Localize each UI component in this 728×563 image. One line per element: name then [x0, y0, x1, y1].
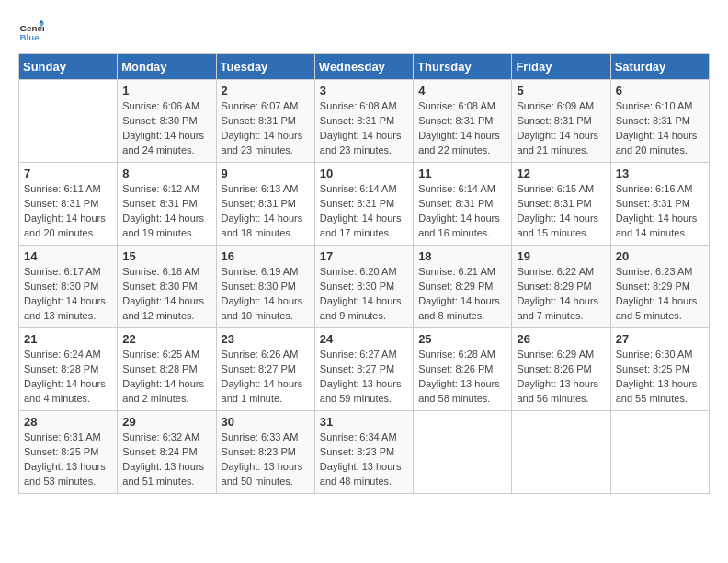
calendar-cell: 13Sunrise: 6:16 AM Sunset: 8:31 PM Dayli…	[610, 163, 709, 246]
calendar-cell: 2Sunrise: 6:07 AM Sunset: 8:31 PM Daylig…	[216, 80, 314, 163]
day-number: 28	[24, 415, 112, 429]
calendar-cell	[414, 411, 512, 494]
day-info: Sunrise: 6:24 AM Sunset: 8:28 PM Dayligh…	[24, 348, 112, 407]
calendar-cell	[512, 411, 610, 494]
calendar-cell: 24Sunrise: 6:27 AM Sunset: 8:27 PM Dayli…	[314, 328, 413, 411]
svg-marker-2	[39, 19, 44, 23]
day-number: 13	[616, 167, 704, 180]
calendar-cell	[610, 411, 709, 494]
day-number: 14	[24, 249, 112, 263]
calendar-cell: 23Sunrise: 6:26 AM Sunset: 8:27 PM Dayli…	[216, 328, 314, 411]
day-header: Sunday	[19, 54, 118, 80]
page-header: General Blue	[18, 18, 710, 44]
calendar-cell: 1Sunrise: 6:06 AM Sunset: 8:30 PM Daylig…	[118, 80, 216, 163]
day-info: Sunrise: 6:10 AM Sunset: 8:31 PM Dayligh…	[616, 99, 704, 158]
day-info: Sunrise: 6:23 AM Sunset: 8:29 PM Dayligh…	[616, 265, 704, 324]
day-info: Sunrise: 6:16 AM Sunset: 8:31 PM Dayligh…	[616, 182, 704, 241]
day-number: 2	[222, 84, 310, 98]
calendar-cell: 10Sunrise: 6:14 AM Sunset: 8:31 PM Dayli…	[314, 163, 413, 246]
day-number: 8	[122, 167, 210, 180]
day-info: Sunrise: 6:08 AM Sunset: 8:31 PM Dayligh…	[418, 99, 506, 158]
calendar-cell: 21Sunrise: 6:24 AM Sunset: 8:28 PM Dayli…	[19, 328, 118, 411]
calendar-cell: 16Sunrise: 6:19 AM Sunset: 8:30 PM Dayli…	[216, 246, 314, 328]
day-info: Sunrise: 6:31 AM Sunset: 8:25 PM Dayligh…	[24, 431, 112, 489]
svg-text:Blue: Blue	[19, 32, 40, 42]
day-info: Sunrise: 6:18 AM Sunset: 8:30 PM Dayligh…	[122, 265, 210, 324]
day-info: Sunrise: 6:30 AM Sunset: 8:25 PM Dayligh…	[616, 348, 704, 407]
calendar-cell: 4Sunrise: 6:08 AM Sunset: 8:31 PM Daylig…	[414, 80, 512, 163]
day-header: Tuesday	[216, 54, 314, 80]
day-info: Sunrise: 6:32 AM Sunset: 8:24 PM Dayligh…	[122, 431, 210, 489]
day-info: Sunrise: 6:07 AM Sunset: 8:31 PM Dayligh…	[222, 99, 310, 158]
day-info: Sunrise: 6:14 AM Sunset: 8:31 PM Dayligh…	[320, 182, 408, 241]
calendar-cell: 28Sunrise: 6:31 AM Sunset: 8:25 PM Dayli…	[19, 411, 118, 494]
calendar-cell: 15Sunrise: 6:18 AM Sunset: 8:30 PM Dayli…	[118, 246, 216, 328]
day-number: 3	[320, 84, 408, 98]
calendar-cell: 29Sunrise: 6:32 AM Sunset: 8:24 PM Dayli…	[118, 411, 216, 494]
day-info: Sunrise: 6:08 AM Sunset: 8:31 PM Dayligh…	[320, 99, 408, 158]
calendar-cell: 7Sunrise: 6:11 AM Sunset: 8:31 PM Daylig…	[19, 163, 118, 246]
day-number: 22	[122, 332, 210, 346]
day-info: Sunrise: 6:14 AM Sunset: 8:31 PM Dayligh…	[418, 182, 506, 241]
day-info: Sunrise: 6:26 AM Sunset: 8:27 PM Dayligh…	[222, 348, 310, 407]
day-info: Sunrise: 6:29 AM Sunset: 8:26 PM Dayligh…	[517, 348, 605, 407]
day-info: Sunrise: 6:33 AM Sunset: 8:23 PM Dayligh…	[222, 431, 310, 489]
day-number: 31	[320, 415, 408, 429]
day-number: 20	[616, 249, 704, 263]
calendar-cell: 9Sunrise: 6:13 AM Sunset: 8:31 PM Daylig…	[216, 163, 314, 246]
day-number: 10	[320, 167, 408, 180]
day-info: Sunrise: 6:22 AM Sunset: 8:29 PM Dayligh…	[517, 265, 605, 324]
day-number: 7	[24, 167, 112, 180]
day-header: Saturday	[610, 54, 709, 80]
calendar-cell: 18Sunrise: 6:21 AM Sunset: 8:29 PM Dayli…	[414, 246, 512, 328]
day-number: 6	[616, 84, 704, 98]
day-number: 16	[222, 249, 310, 263]
calendar-cell: 6Sunrise: 6:10 AM Sunset: 8:31 PM Daylig…	[610, 80, 709, 163]
calendar-cell: 20Sunrise: 6:23 AM Sunset: 8:29 PM Dayli…	[610, 246, 709, 328]
day-header: Thursday	[414, 54, 512, 80]
day-number: 21	[24, 332, 112, 346]
day-info: Sunrise: 6:12 AM Sunset: 8:31 PM Dayligh…	[122, 182, 210, 241]
calendar-cell: 11Sunrise: 6:14 AM Sunset: 8:31 PM Dayli…	[414, 163, 512, 246]
day-info: Sunrise: 6:15 AM Sunset: 8:31 PM Dayligh…	[517, 182, 605, 241]
day-number: 25	[418, 332, 506, 346]
day-info: Sunrise: 6:34 AM Sunset: 8:23 PM Dayligh…	[320, 431, 408, 489]
day-header: Monday	[118, 54, 216, 80]
day-number: 26	[517, 332, 605, 346]
day-info: Sunrise: 6:17 AM Sunset: 8:30 PM Dayligh…	[24, 265, 112, 324]
logo-icon: General Blue	[18, 18, 44, 44]
calendar-cell: 17Sunrise: 6:20 AM Sunset: 8:30 PM Dayli…	[314, 246, 413, 328]
day-number: 18	[418, 249, 506, 263]
calendar-cell: 27Sunrise: 6:30 AM Sunset: 8:25 PM Dayli…	[610, 328, 709, 411]
day-info: Sunrise: 6:28 AM Sunset: 8:26 PM Dayligh…	[418, 348, 506, 407]
calendar-week-row: 21Sunrise: 6:24 AM Sunset: 8:28 PM Dayli…	[19, 328, 710, 411]
calendar-cell: 25Sunrise: 6:28 AM Sunset: 8:26 PM Dayli…	[414, 328, 512, 411]
day-number: 12	[517, 167, 605, 180]
calendar-cell: 12Sunrise: 6:15 AM Sunset: 8:31 PM Dayli…	[512, 163, 610, 246]
calendar-cell	[19, 80, 118, 163]
calendar-week-row: 1Sunrise: 6:06 AM Sunset: 8:30 PM Daylig…	[19, 80, 710, 163]
calendar-cell: 3Sunrise: 6:08 AM Sunset: 8:31 PM Daylig…	[314, 80, 413, 163]
day-info: Sunrise: 6:25 AM Sunset: 8:28 PM Dayligh…	[122, 348, 210, 407]
day-info: Sunrise: 6:11 AM Sunset: 8:31 PM Dayligh…	[24, 182, 112, 241]
day-number: 5	[517, 84, 605, 98]
day-info: Sunrise: 6:09 AM Sunset: 8:31 PM Dayligh…	[517, 99, 605, 158]
day-info: Sunrise: 6:20 AM Sunset: 8:30 PM Dayligh…	[320, 265, 408, 324]
calendar-cell: 14Sunrise: 6:17 AM Sunset: 8:30 PM Dayli…	[19, 246, 118, 328]
day-number: 4	[418, 84, 506, 98]
day-header: Wednesday	[314, 54, 413, 80]
day-number: 27	[616, 332, 704, 346]
calendar-cell: 22Sunrise: 6:25 AM Sunset: 8:28 PM Dayli…	[118, 328, 216, 411]
day-number: 23	[222, 332, 310, 346]
day-info: Sunrise: 6:13 AM Sunset: 8:31 PM Dayligh…	[222, 182, 310, 241]
logo: General Blue	[18, 18, 48, 44]
calendar-cell: 31Sunrise: 6:34 AM Sunset: 8:23 PM Dayli…	[314, 411, 413, 494]
calendar-cell: 8Sunrise: 6:12 AM Sunset: 8:31 PM Daylig…	[118, 163, 216, 246]
day-info: Sunrise: 6:06 AM Sunset: 8:30 PM Dayligh…	[122, 99, 210, 158]
calendar-week-row: 14Sunrise: 6:17 AM Sunset: 8:30 PM Dayli…	[19, 246, 710, 328]
calendar-week-row: 28Sunrise: 6:31 AM Sunset: 8:25 PM Dayli…	[19, 411, 710, 494]
calendar-cell: 19Sunrise: 6:22 AM Sunset: 8:29 PM Dayli…	[512, 246, 610, 328]
day-info: Sunrise: 6:21 AM Sunset: 8:29 PM Dayligh…	[418, 265, 506, 324]
day-number: 1	[122, 84, 210, 98]
day-number: 30	[222, 415, 310, 429]
